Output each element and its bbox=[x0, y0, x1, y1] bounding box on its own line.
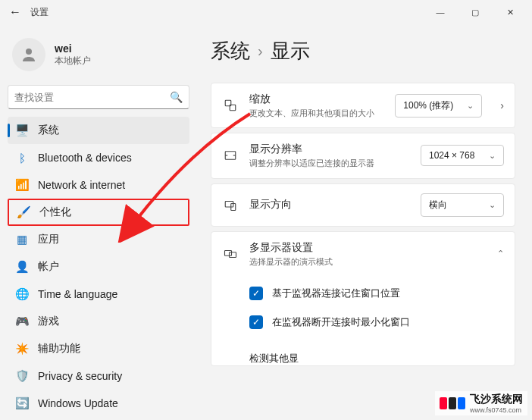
sidebar-item-accessibility[interactable]: ✴️ 辅助功能 bbox=[8, 335, 189, 362]
setting-orientation[interactable]: 显示方向 横向 ⌄ bbox=[211, 183, 515, 227]
apps-icon: ▦ bbox=[15, 233, 29, 246]
window-title: 设置 bbox=[30, 6, 49, 19]
accessibility-icon: ✴️ bbox=[15, 342, 29, 356]
sidebar-item-label: 个性化 bbox=[39, 205, 71, 219]
person-icon bbox=[20, 45, 38, 64]
scale-icon bbox=[222, 99, 239, 112]
chevron-down-icon: ⌄ bbox=[489, 151, 496, 161]
svg-rect-6 bbox=[225, 202, 233, 208]
breadcrumb: 系统 › 显示 bbox=[211, 38, 515, 64]
sidebar-item-label: 游戏 bbox=[38, 315, 59, 328]
sidebar-item-label: 帐户 bbox=[38, 260, 59, 274]
sidebar-item-label: Network & internet bbox=[38, 179, 125, 191]
sidebar-item-label: 系统 bbox=[38, 124, 59, 137]
dropdown-value: 100% (推荐) bbox=[403, 99, 453, 112]
orientation-dropdown[interactable]: 横向 ⌄ bbox=[421, 193, 504, 217]
close-button[interactable]: ✕ bbox=[493, 0, 527, 24]
setting-resolution[interactable]: 显示分辨率 调整分辨率以适应已连接的显示器 1024 × 768 ⌄ bbox=[211, 133, 515, 178]
svg-point-0 bbox=[26, 49, 32, 55]
sidebar-item-personalization[interactable]: 🖌️ 个性化 bbox=[8, 199, 189, 226]
dropdown-value: 横向 bbox=[429, 199, 447, 212]
setting-title: 多显示器设置 bbox=[249, 241, 363, 255]
watermark: 飞沙系统网 www.fs0745.com bbox=[435, 391, 527, 415]
settings-window: ← 设置 — ▢ ✕ wei 本地帐户 🔍 bbox=[0, 0, 532, 420]
minimize-button[interactable]: — bbox=[423, 0, 458, 24]
multi-display-icon bbox=[222, 247, 239, 261]
setting-desc: 选择显示器的演示模式 bbox=[249, 256, 363, 267]
sidebar-item-label: 辅助功能 bbox=[38, 342, 80, 356]
resolution-dropdown[interactable]: 1024 × 768 ⌄ bbox=[421, 145, 504, 166]
watermark-brand: 飞沙系统网 bbox=[470, 393, 523, 406]
watermark-logo-icon bbox=[440, 397, 465, 409]
search-input[interactable] bbox=[14, 92, 170, 103]
shield-icon: 🛡️ bbox=[15, 369, 29, 383]
sidebar-item-windows-update[interactable]: 🔄 Windows Update bbox=[8, 390, 189, 417]
sidebar-item-label: Privacy & security bbox=[38, 370, 122, 382]
sidebar-item-label: 应用 bbox=[38, 233, 59, 246]
sidebar-item-label: Windows Update bbox=[38, 397, 118, 409]
profile-name: wei bbox=[55, 42, 91, 55]
sidebar-item-time-language[interactable]: 🌐 Time & language bbox=[8, 281, 189, 308]
breadcrumb-current: 显示 bbox=[271, 38, 310, 64]
sidebar-item-system[interactable]: 🖥️ 系统 bbox=[8, 117, 189, 144]
checkbox-checked-icon[interactable]: ✓ bbox=[249, 315, 263, 329]
setting-title: 缩放 bbox=[249, 92, 384, 106]
breadcrumb-parent[interactable]: 系统 bbox=[211, 38, 250, 64]
sidebar-item-label: Bluetooth & devices bbox=[38, 152, 132, 164]
checkbox-label: 基于监视器连接记住窗口位置 bbox=[272, 287, 400, 300]
chevron-right-icon: › bbox=[258, 42, 263, 60]
sidebar-item-gaming[interactable]: 🎮 游戏 bbox=[8, 308, 189, 335]
checkbox-label: 在监视器断开连接时最小化窗口 bbox=[272, 315, 410, 329]
titlebar: ← 设置 — ▢ ✕ bbox=[0, 0, 532, 24]
dropdown-value: 1024 × 768 bbox=[429, 150, 474, 161]
sidebar-item-network[interactable]: 📶 Network & internet bbox=[8, 171, 189, 199]
sidebar-item-apps[interactable]: ▦ 应用 bbox=[8, 226, 189, 253]
sidebar: wei 本地帐户 🔍 🖥️ 系统 ᛒ Bluetooth & devices bbox=[0, 24, 197, 420]
resolution-icon bbox=[222, 149, 239, 162]
chevron-down-icon: ⌄ bbox=[467, 101, 474, 111]
sidebar-item-accounts[interactable]: 👤 帐户 bbox=[8, 253, 189, 281]
person-icon: 👤 bbox=[15, 260, 29, 274]
back-button[interactable]: ← bbox=[5, 2, 26, 23]
chevron-right-icon[interactable]: › bbox=[500, 99, 504, 111]
nav-list: 🖥️ 系统 ᛒ Bluetooth & devices 📶 Network & … bbox=[8, 117, 189, 420]
check-minimize-on-disconnect[interactable]: ✓ 在监视器断开连接时最小化窗口 bbox=[249, 308, 504, 337]
bluetooth-icon: ᛒ bbox=[15, 151, 29, 165]
wifi-icon: 📶 bbox=[15, 178, 29, 192]
detect-other-display[interactable]: 检测其他显 bbox=[211, 343, 515, 365]
setting-title: 显示分辨率 bbox=[249, 143, 410, 156]
chevron-down-icon: ⌄ bbox=[489, 200, 496, 210]
sidebar-item-bluetooth[interactable]: ᛒ Bluetooth & devices bbox=[8, 144, 189, 171]
check-remember-positions[interactable]: ✓ 基于监视器连接记住窗口位置 bbox=[249, 279, 504, 308]
orientation-icon bbox=[222, 198, 239, 212]
setting-title: 显示方向 bbox=[249, 198, 410, 212]
main-content: 系统 › 显示 缩放 更改文本、应用和其他项目的大小 100% (推荐) ⌄ › bbox=[197, 24, 532, 420]
gamepad-icon: 🎮 bbox=[15, 315, 29, 328]
profile-block[interactable]: wei 本地帐户 bbox=[8, 30, 189, 85]
search-box[interactable]: 🔍 bbox=[8, 85, 189, 109]
window-controls: — ▢ ✕ bbox=[423, 0, 527, 24]
scale-dropdown[interactable]: 100% (推荐) ⌄ bbox=[395, 94, 482, 118]
setting-desc: 调整分辨率以适应已连接的显示器 bbox=[249, 158, 410, 168]
setting-desc: 更改文本、应用和其他项目的大小 bbox=[249, 108, 384, 118]
globe-icon: 🌐 bbox=[15, 287, 29, 301]
svg-rect-8 bbox=[225, 250, 232, 255]
checkbox-checked-icon[interactable]: ✓ bbox=[249, 287, 263, 300]
chevron-up-icon[interactable]: ⌃ bbox=[497, 249, 504, 259]
setting-multi-display: 多显示器设置 选择显示器的演示模式 ⌃ ✓ 基于监视器连接记住窗口位置 ✓ 在监… bbox=[211, 231, 515, 366]
sidebar-item-privacy[interactable]: 🛡️ Privacy & security bbox=[8, 362, 189, 390]
watermark-url: www.fs0745.com bbox=[470, 406, 523, 414]
avatar bbox=[12, 38, 45, 71]
search-icon: 🔍 bbox=[170, 91, 183, 103]
multi-display-header[interactable]: 多显示器设置 选择显示器的演示模式 ⌃ bbox=[211, 232, 515, 276]
monitor-icon: 🖥️ bbox=[15, 124, 29, 137]
setting-scale[interactable]: 缩放 更改文本、应用和其他项目的大小 100% (推荐) ⌄ › bbox=[211, 83, 515, 128]
sidebar-item-label: Time & language bbox=[38, 288, 117, 300]
brush-icon: 🖌️ bbox=[17, 205, 30, 219]
maximize-button[interactable]: ▢ bbox=[458, 0, 493, 24]
update-icon: 🔄 bbox=[15, 396, 29, 410]
svg-rect-9 bbox=[230, 252, 236, 257]
profile-subtitle: 本地帐户 bbox=[55, 55, 91, 67]
